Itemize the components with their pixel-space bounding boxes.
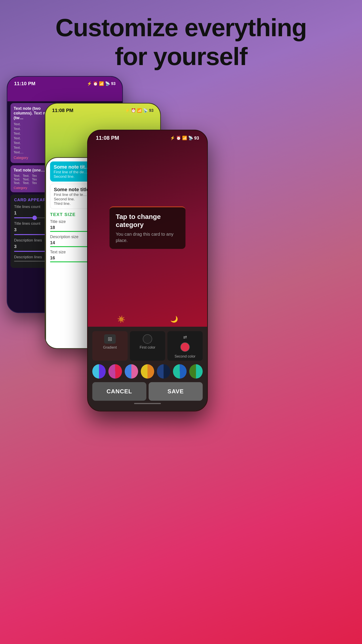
phone3-main: Tap to change category You can drag this… [88, 143, 207, 312]
gradient-option[interactable]: ⊞ Gradient [92, 331, 128, 361]
cancel-button[interactable]: CANCEL [92, 382, 146, 401]
first-color-label: First color [140, 346, 155, 350]
phone3-time: 11:08 PM [96, 135, 119, 141]
alarm-icon: ⏰ [93, 81, 98, 86]
swatch-orange-yellow[interactable] [141, 364, 154, 378]
swatch-dark-blue[interactable] [157, 364, 170, 378]
second-color-circle [180, 342, 190, 352]
gradient-label: Gradient [103, 346, 117, 350]
bluetooth-icon3: ⚡ [170, 136, 175, 140]
phone3-bottom-panel: ⊞ Gradient First color ⇄ Second color [88, 327, 207, 411]
phone2-status-icons: ⚡ ⏰ 📶 📡 93 [125, 108, 153, 113]
tap-card-text: You can drag this card to any place. [116, 231, 179, 244]
wifi-icon3: 📡 [188, 136, 193, 140]
phone3: 11:08 PM ⚡ ⏰ 📶 📡 93 Tap to change catego… [87, 130, 208, 412]
phone1-status-icons: ⚡ ⏰ 📶 📡 93 [87, 81, 115, 86]
signal-icon: 📶 [99, 81, 104, 86]
second-color-option[interactable]: ⇄ Second color [167, 331, 203, 361]
tap-card-title: Tap to change category [116, 213, 179, 229]
save-button[interactable]: SAVE [149, 382, 203, 401]
wifi-icon2: 📡 [143, 108, 148, 113]
sun-icon: ☀️ [117, 315, 125, 323]
swatch-purple-blue[interactable] [92, 364, 106, 378]
battery-text3: 93 [194, 136, 199, 141]
gradient-options-row: ⊞ Gradient First color ⇄ Second color [92, 331, 203, 361]
second-color-label: Second color [175, 354, 195, 358]
phone2-time: 11:08 PM [52, 108, 73, 113]
bluetooth-icon: ⚡ [87, 81, 92, 86]
moon-icon: 🌙 [170, 316, 178, 323]
alarm-icon2: ⏰ [131, 108, 136, 113]
swatch-blue-teal[interactable] [173, 364, 186, 378]
arrow-icon: ⇄ [183, 334, 187, 340]
phone3-status-bar: 11:08 PM ⚡ ⏰ 📶 📡 93 [88, 130, 207, 143]
wifi-icon: 📡 [105, 81, 110, 86]
signal-icon3: 📶 [182, 136, 187, 140]
phone1-status-bar: 11:10 PM ⚡ ⏰ 📶 📡 93 [7, 77, 122, 88]
grid-icon: ⊞ [108, 336, 112, 342]
tap-card[interactable]: Tap to change category You can drag this… [109, 206, 185, 249]
color-swatches [92, 364, 203, 378]
phone1-time: 11:10 PM [14, 81, 35, 86]
phone3-status-icons: ⚡ ⏰ 📶 📡 93 [170, 136, 199, 141]
home-indicator [134, 403, 161, 404]
action-buttons: CANCEL SAVE [92, 382, 203, 401]
battery-text: 93 [111, 82, 115, 86]
first-color-circle [143, 334, 152, 344]
signal-icon2: 📶 [137, 108, 142, 113]
alarm-icon3: ⏰ [176, 136, 181, 140]
phone2-status-bar: 11:08 PM ⚡ ⏰ 📶 📡 93 [45, 104, 160, 115]
swatch-teal-green[interactable] [189, 364, 203, 378]
first-color-option[interactable]: First color [130, 331, 165, 361]
swatch-pink-blue[interactable] [125, 364, 138, 378]
gradient-icon: ⊞ [104, 334, 116, 344]
swatch-red-pink[interactable] [108, 364, 122, 378]
bluetooth-icon2: ⚡ [125, 108, 130, 113]
brightness-row: ☀️ 🌙 [88, 312, 207, 327]
battery-text2: 93 [149, 108, 153, 113]
